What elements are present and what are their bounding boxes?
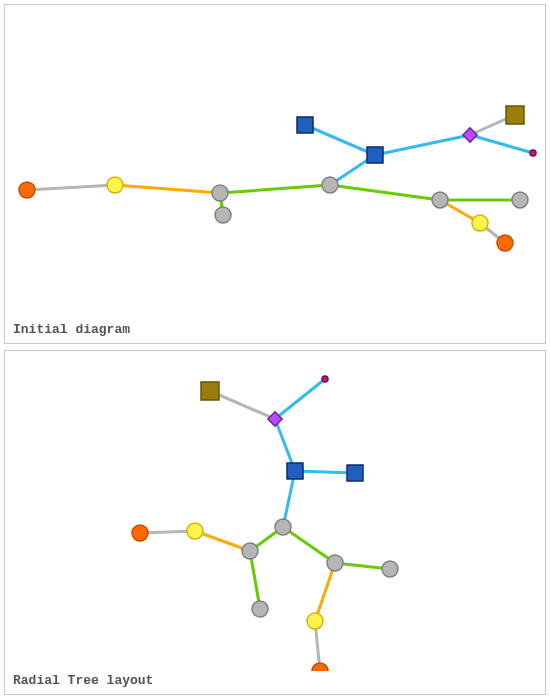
- edge-gray: [27, 185, 115, 190]
- node-circle-gray: [382, 561, 398, 577]
- node-dot-red: [322, 376, 328, 382]
- node-circle-orange: [497, 235, 513, 251]
- edge-orange: [115, 185, 220, 193]
- node-circle-orange: [19, 182, 35, 198]
- edge-green: [330, 185, 440, 200]
- panel-initial: Initial diagram: [4, 4, 546, 344]
- node-circle-gray: [212, 185, 228, 201]
- edge-cyan: [375, 135, 470, 155]
- node-square-blue: [367, 147, 383, 163]
- node-circle-yellow: [187, 523, 203, 539]
- node-circle-orange: [312, 663, 328, 671]
- edge-orange: [195, 531, 250, 551]
- diagram-radial: [5, 351, 545, 671]
- edge-green: [283, 527, 335, 563]
- node-circle-yellow: [472, 215, 488, 231]
- edge-cyan: [305, 125, 375, 155]
- node-circle-gray: [432, 192, 448, 208]
- node-circle-gray: [215, 207, 231, 223]
- node-circle-orange: [132, 525, 148, 541]
- node-circle-gray: [242, 543, 258, 559]
- node-square-brown: [201, 382, 219, 400]
- edge-green: [250, 551, 260, 609]
- panel-radial: Radial Tree layout: [4, 350, 546, 695]
- node-circle-gray: [512, 192, 528, 208]
- node-circle-gray: [327, 555, 343, 571]
- node-circle-gray: [275, 519, 291, 535]
- edge-cyan: [275, 379, 325, 419]
- edge-cyan: [295, 471, 355, 473]
- edge-orange: [315, 563, 335, 621]
- node-circle-gray: [322, 177, 338, 193]
- edge-cyan: [470, 135, 533, 153]
- node-dot-red: [530, 150, 536, 156]
- node-square-blue: [287, 463, 303, 479]
- edge-green: [220, 185, 330, 193]
- caption-initial: Initial diagram: [13, 322, 130, 337]
- node-square-blue: [297, 117, 313, 133]
- node-square-brown: [506, 106, 524, 124]
- node-circle-yellow: [307, 613, 323, 629]
- node-square-blue: [347, 465, 363, 481]
- diagram-initial: [5, 5, 545, 320]
- node-circle-gray: [252, 601, 268, 617]
- node-circle-yellow: [107, 177, 123, 193]
- caption-radial: Radial Tree layout: [13, 673, 153, 688]
- node-diamond-purple: [463, 128, 477, 142]
